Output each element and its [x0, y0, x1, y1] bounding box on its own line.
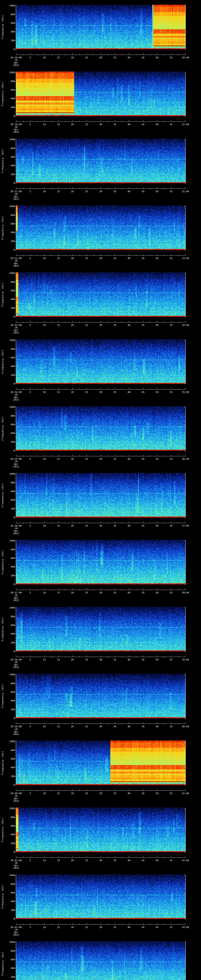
spectrogram-canvas: [0, 334, 201, 393]
y-tick-label: 800: [3, 749, 15, 752]
y-tick-label: 800: [3, 415, 15, 417]
frequency-axis-title-text: Frequency (Hz): [1, 216, 4, 240]
y-tick-label: 400: [3, 700, 15, 702]
end-time-label: 31:00: [177, 123, 194, 126]
spectrogram-panel: Frequency (Hz)0200400600800100020:31:005…: [0, 134, 201, 201]
y-tick-label: 800: [3, 214, 15, 216]
spectrogram-panel: Frequency (Hz)0200400600800100020:37:005…: [0, 535, 201, 602]
date-line: 2015: [7, 733, 25, 736]
y-tick-label: 0: [3, 315, 15, 318]
spectrogram-panel: Frequency (Hz)0200400600800100020:39:005…: [0, 669, 201, 736]
frequency-axis-title-text: Frequency (Hz): [1, 483, 4, 508]
spectrogram-canvas: [0, 669, 201, 728]
y-tick-label: 400: [3, 365, 15, 368]
spectrogram-canvas: [0, 736, 201, 795]
spectrogram-canvas: [0, 937, 201, 980]
spectrogram-canvas: [0, 535, 201, 594]
y-tick-label: 1000: [3, 673, 15, 676]
y-tick-label: 200: [3, 441, 15, 443]
y-tick-label: 0: [3, 249, 15, 251]
y-tick-label: 600: [3, 356, 15, 359]
y-tick-label: 1000: [3, 5, 15, 7]
y-tick-label: 600: [3, 290, 15, 292]
end-time-label: 34:00: [177, 324, 194, 326]
y-tick-label: 1000: [3, 339, 15, 342]
spectrogram-canvas: [0, 201, 201, 259]
y-tick-label: 800: [3, 281, 15, 283]
y-tick-label: 800: [3, 682, 15, 685]
y-tick-label: 1000: [3, 205, 15, 208]
y-tick-label: 400: [3, 766, 15, 769]
y-tick-label: 600: [3, 223, 15, 225]
y-tick-label: 400: [3, 30, 15, 33]
y-tick-label: 1000: [3, 473, 15, 475]
y-tick-label: 200: [3, 909, 15, 912]
date-line: 2015: [7, 800, 25, 802]
y-tick-label: 0: [3, 784, 15, 786]
frequency-axis-title-text: Frequency (Hz): [1, 751, 4, 775]
frequency-axis-title-text: Frequency (Hz): [1, 282, 4, 307]
y-tick-label: 600: [3, 825, 15, 827]
frequency-axis-title-text: Frequency (Hz): [1, 149, 4, 173]
spectrogram-canvas: [0, 468, 201, 527]
y-tick-label: 800: [3, 13, 15, 16]
date-line: 2015: [7, 265, 25, 267]
y-tick-label: 0: [3, 383, 15, 385]
y-tick-label: 0: [3, 717, 15, 719]
frequency-axis-title-text: Frequency (Hz): [1, 885, 4, 909]
spectrogram-panel: Frequency (Hz)0200400600800100020:30:005…: [0, 67, 201, 134]
y-tick-label: 200: [3, 842, 15, 845]
date-line: 2015: [7, 131, 25, 134]
spectrogram-panel: Frequency (Hz)0200400600800100020:32:005…: [0, 201, 201, 267]
y-tick-label: 200: [3, 374, 15, 377]
y-tick-label: 0: [3, 583, 15, 585]
y-tick-label: 1000: [3, 807, 15, 810]
frequency-axis-title-text: Frequency (Hz): [1, 350, 4, 374]
y-tick-label: 200: [3, 307, 15, 310]
date-line: 2015: [7, 867, 25, 869]
spectrogram-canvas: [0, 67, 201, 126]
end-time-label: 33:00: [177, 257, 194, 260]
y-tick-label: 400: [3, 900, 15, 903]
date-line: 2015: [7, 466, 25, 468]
y-tick-label: 1000: [3, 941, 15, 943]
y-tick-label: 400: [3, 231, 15, 234]
y-tick-label: 0: [3, 115, 15, 118]
y-tick-label: 0: [3, 182, 15, 185]
end-time-label: 30:00: [177, 56, 194, 59]
y-tick-label: 0: [3, 516, 15, 519]
end-time-label: 41:00: [177, 792, 194, 795]
y-tick-label: 400: [3, 298, 15, 301]
date-line: 2015: [7, 599, 25, 602]
y-tick-label: 1000: [3, 138, 15, 141]
frequency-axis-title-text: Frequency (Hz): [1, 416, 4, 441]
spectrogram-canvas: [0, 803, 201, 862]
y-tick-label: 200: [3, 173, 15, 176]
y-tick-label: 0: [3, 650, 15, 653]
spectrogram-panel: Frequency (Hz)0200400600800100020:33:005…: [0, 267, 201, 334]
spectrogram-panel: Frequency (Hz)0200400600800100020:34:005…: [0, 334, 201, 401]
spectrogram-panel: Frequency (Hz)0200400600800100020:38:005…: [0, 602, 201, 669]
y-tick-label: 800: [3, 348, 15, 350]
y-tick-label: 800: [3, 616, 15, 618]
spectrogram-canvas: [0, 870, 201, 929]
end-time-label: 35:00: [177, 391, 194, 394]
y-tick-label: 0: [3, 851, 15, 853]
y-tick-label: 600: [3, 490, 15, 493]
y-tick-label: 400: [3, 633, 15, 635]
spectrogram-canvas: [0, 401, 201, 460]
y-tick-label: 200: [3, 240, 15, 243]
y-tick-label: 0: [3, 48, 15, 51]
y-tick-label: 200: [3, 106, 15, 109]
y-tick-label: 800: [3, 883, 15, 886]
y-tick-label: 400: [3, 432, 15, 434]
date-line: 2015: [7, 399, 25, 401]
frequency-axis-title-text: Frequency (Hz): [1, 82, 4, 106]
y-tick-label: 600: [3, 22, 15, 24]
y-tick-label: 200: [3, 40, 15, 42]
y-tick-label: 1000: [3, 740, 15, 743]
end-time-label: 39:00: [177, 659, 194, 661]
end-time-label: 38:00: [177, 592, 194, 594]
y-tick-label: 400: [3, 967, 15, 970]
y-tick-label: 200: [3, 976, 15, 978]
